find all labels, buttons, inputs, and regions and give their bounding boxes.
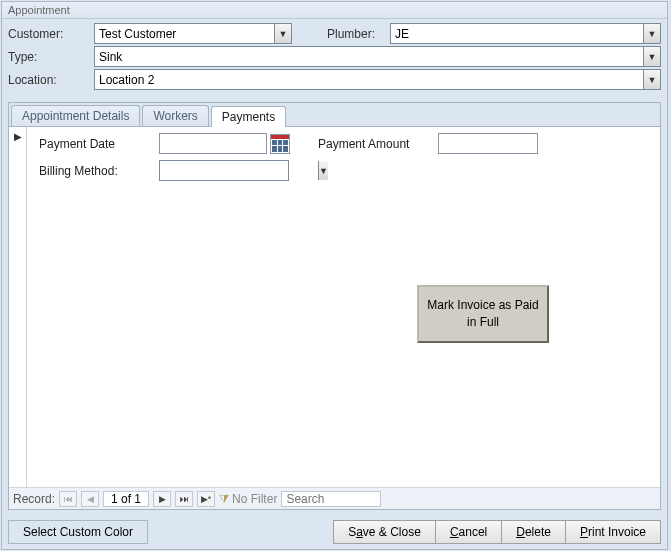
dropdown-icon[interactable]: ▼ [643, 47, 660, 66]
header-form: Customer: ▼ Plumber: ▼ Type: ▼ Location: [2, 19, 667, 96]
payment-amount-label: Payment Amount [318, 137, 438, 151]
customer-combo[interactable]: ▼ [94, 23, 292, 44]
location-label: Location: [8, 73, 94, 87]
location-input[interactable] [95, 70, 643, 89]
footer: Select Custom Color Save & Close Cancel … [2, 516, 667, 548]
funnel-icon: ⧩ [219, 492, 229, 506]
nav-last-button[interactable]: ⏭ [175, 491, 193, 507]
billing-method-input[interactable] [160, 161, 318, 180]
dropdown-icon[interactable]: ▼ [318, 161, 328, 180]
mark-paid-button[interactable]: Mark Invoice as Paid in Full [417, 285, 549, 343]
type-input[interactable] [95, 47, 643, 66]
tab-appointment-details[interactable]: Appointment Details [11, 105, 140, 126]
save-close-button[interactable]: Save & Close [333, 520, 436, 544]
record-label: Record: [13, 492, 55, 506]
payment-amount-input[interactable] [438, 133, 538, 154]
plumber-combo[interactable]: ▼ [390, 23, 661, 44]
tab-workers[interactable]: Workers [142, 105, 208, 126]
tab-strip: Appointment Details Workers Payments [9, 103, 660, 127]
select-custom-color-button[interactable]: Select Custom Color [8, 520, 148, 544]
type-label: Type: [8, 50, 94, 64]
customer-input[interactable] [95, 24, 274, 43]
dropdown-icon[interactable]: ▼ [643, 24, 660, 43]
calendar-icon[interactable] [270, 134, 290, 154]
record-position[interactable] [103, 491, 149, 507]
filter-indicator[interactable]: ⧩ No Filter [219, 492, 277, 506]
tab-payments[interactable]: Payments [211, 106, 286, 127]
billing-method-label: Billing Method: [39, 164, 159, 178]
nav-prev-button[interactable]: ◀ [81, 491, 99, 507]
window-title: Appointment [2, 2, 667, 19]
plumber-label: Plumber: [312, 27, 390, 41]
cancel-button[interactable]: Cancel [435, 520, 502, 544]
filter-text: No Filter [232, 492, 277, 506]
payments-form: Payment Date Payment Amount Billing Meth… [27, 127, 660, 487]
type-combo[interactable]: ▼ [94, 46, 661, 67]
nav-new-button[interactable]: ▶* [197, 491, 215, 507]
print-invoice-button[interactable]: Print Invoice [565, 520, 661, 544]
appointment-window: Appointment Customer: ▼ Plumber: ▼ Type:… [1, 1, 668, 550]
billing-method-combo[interactable]: ▼ [159, 160, 289, 181]
record-selector[interactable]: ▶ [9, 127, 27, 487]
nav-next-button[interactable]: ▶ [153, 491, 171, 507]
customer-label: Customer: [8, 27, 94, 41]
delete-button[interactable]: Delete [501, 520, 566, 544]
payment-date-input[interactable] [159, 133, 267, 154]
tab-container: Appointment Details Workers Payments ▶ P… [8, 102, 661, 510]
location-combo[interactable]: ▼ [94, 69, 661, 90]
dropdown-icon[interactable]: ▼ [643, 70, 660, 89]
search-input[interactable] [281, 491, 381, 507]
nav-first-button[interactable]: ⏮ [59, 491, 77, 507]
payment-date-label: Payment Date [39, 137, 159, 151]
tab-body: ▶ Payment Date Payment Amount Billing Me… [9, 127, 660, 487]
dropdown-icon[interactable]: ▼ [274, 24, 291, 43]
record-navigation: Record: ⏮ ◀ ▶ ⏭ ▶* ⧩ No Filter [9, 487, 660, 509]
plumber-input[interactable] [391, 24, 643, 43]
